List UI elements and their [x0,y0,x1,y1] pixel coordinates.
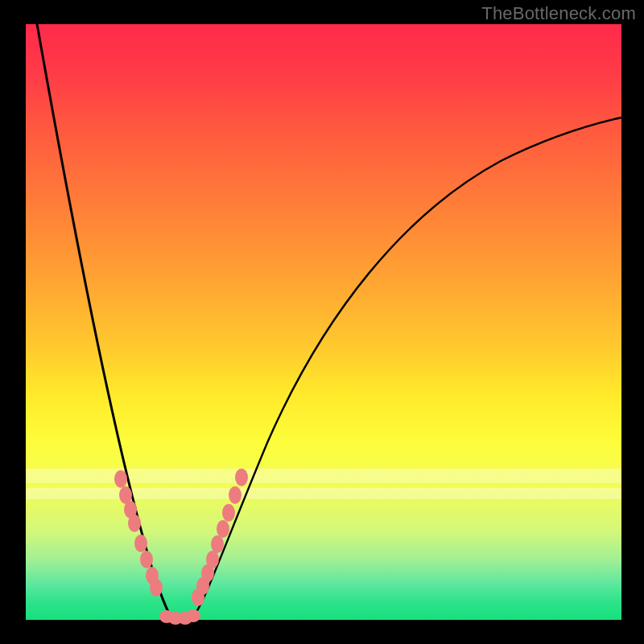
marker [206,551,219,568]
marker [186,609,200,622]
marker [211,535,224,553]
bottleneck-curve-left [37,24,183,618]
marker [217,520,229,538]
plot-area [26,24,621,620]
marker [134,535,147,552]
marker [150,579,163,597]
marker [128,514,141,532]
marker [229,486,242,504]
marker [235,469,248,486]
watermark-text: TheBottleneck.com [481,3,636,24]
marker [140,551,153,568]
curve-layer [26,24,621,620]
chart-frame: TheBottleneck.com [0,0,644,644]
marker [222,504,235,522]
marker [114,470,127,488]
data-markers [114,469,248,625]
bottleneck-curve-right [183,118,621,618]
